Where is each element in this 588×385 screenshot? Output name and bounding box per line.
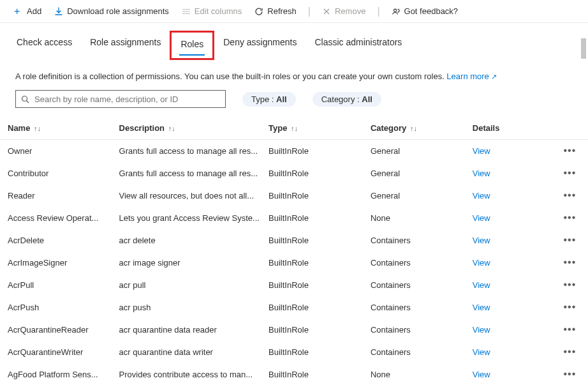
- cell-description: acr pull: [119, 274, 268, 296]
- cell-category: Containers: [371, 229, 473, 252]
- cell-description: acr quarantine data writer: [119, 341, 268, 363]
- cell-name: Owner: [0, 140, 119, 162]
- cell-type: BuiltInRole: [268, 229, 371, 252]
- tab-classic-administrators[interactable]: Classic administrators: [313, 34, 403, 60]
- sort-icon: ↑↓: [410, 125, 417, 132]
- table-row[interactable]: AcrQuarantineReaderacr quarantine data r…: [0, 319, 588, 341]
- cell-type: BuiltInRole: [268, 252, 371, 274]
- svg-point-3: [393, 9, 396, 11]
- tab-roles-highlight: Roles: [170, 31, 214, 60]
- tab-deny-assignments[interactable]: Deny assignments: [222, 34, 298, 60]
- view-link[interactable]: View: [473, 191, 490, 200]
- view-link[interactable]: View: [473, 370, 490, 379]
- cell-type: BuiltInRole: [268, 274, 371, 296]
- cell-description: Grants full access to manage all res...: [119, 140, 268, 162]
- cell-type: BuiltInRole: [268, 140, 371, 162]
- col-header-category[interactable]: Category ↑↓: [371, 117, 473, 140]
- roles-table: Name ↑↓ Description ↑↓ Type ↑↓ Category …: [0, 117, 588, 385]
- learn-more-link[interactable]: Learn more ↗: [446, 72, 497, 81]
- row-actions-button[interactable]: •••: [563, 167, 576, 178]
- cell-description: Grants full access to manage all res...: [119, 162, 268, 185]
- type-filter-label: Type :: [251, 94, 276, 104]
- col-header-name[interactable]: Name ↑↓: [0, 117, 119, 140]
- view-link[interactable]: View: [473, 146, 490, 156]
- table-row[interactable]: AcrQuarantineWriteracr quarantine data w…: [0, 341, 588, 363]
- feedback-icon: [392, 7, 401, 16]
- row-actions-button[interactable]: •••: [563, 234, 576, 245]
- col-header-description[interactable]: Description ↑↓: [119, 117, 268, 140]
- download-icon: [54, 7, 63, 16]
- category-filter-value: All: [362, 94, 372, 104]
- row-actions-button[interactable]: •••: [563, 257, 576, 268]
- search-input[interactable]: [33, 94, 220, 105]
- cell-name: Reader: [0, 185, 119, 207]
- col-header-details: Details: [473, 117, 554, 140]
- cell-category: Containers: [371, 296, 473, 319]
- cell-type: BuiltInRole: [268, 162, 371, 185]
- download-assignments-button[interactable]: Download role assignments: [49, 4, 174, 19]
- tab-roles[interactable]: Roles: [179, 36, 205, 56]
- table-row[interactable]: ContributorGrants full access to manage …: [0, 162, 588, 185]
- svg-line-5: [27, 100, 29, 103]
- table-row[interactable]: AcrImageSigneracr image signerBuiltInRol…: [0, 252, 588, 274]
- tab-check-access[interactable]: Check access: [15, 34, 73, 60]
- row-actions-button[interactable]: •••: [563, 145, 576, 156]
- download-label: Download role assignments: [67, 6, 169, 16]
- sort-icon: ↑↓: [168, 125, 175, 132]
- row-actions-button[interactable]: •••: [563, 190, 576, 200]
- table-row[interactable]: AgFood Platform Sens...Provides contribu…: [0, 363, 588, 386]
- sort-icon: ↑↓: [291, 125, 298, 132]
- view-link[interactable]: View: [473, 236, 490, 245]
- edit-columns-button: Edit columns: [177, 4, 247, 19]
- table-row[interactable]: ReaderView all resources, but does not a…: [0, 185, 588, 207]
- view-link[interactable]: View: [473, 213, 490, 223]
- tabs: Check access Role assignments Roles Deny…: [0, 23, 588, 66]
- row-actions-button[interactable]: •••: [563, 368, 576, 379]
- edit-columns-label: Edit columns: [195, 6, 242, 16]
- cell-description: View all resources, but does not all...: [119, 185, 268, 207]
- view-link[interactable]: View: [473, 258, 490, 268]
- row-actions-button[interactable]: •••: [563, 324, 576, 335]
- cell-name: AcrPush: [0, 296, 119, 319]
- scrollbar-track[interactable]: [580, 33, 587, 378]
- view-link[interactable]: View: [473, 325, 490, 335]
- row-actions-button[interactable]: •••: [563, 279, 576, 290]
- row-actions-button[interactable]: •••: [563, 212, 576, 223]
- tab-role-assignments[interactable]: Role assignments: [89, 34, 162, 60]
- cell-category: None: [371, 207, 473, 229]
- table-row[interactable]: OwnerGrants full access to manage all re…: [0, 140, 588, 162]
- svg-rect-0: [182, 9, 190, 10]
- cell-description: Provides contribute access to man...: [119, 363, 268, 386]
- cell-name: AcrDelete: [0, 229, 119, 252]
- toolbar: + Add Download role assignments Edit col…: [0, 0, 588, 23]
- col-header-type[interactable]: Type ↑↓: [268, 117, 371, 140]
- table-row[interactable]: AcrPushacr pushBuiltInRoleContainersView…: [0, 296, 588, 319]
- table-row[interactable]: Access Review Operat...Lets you grant Ac…: [0, 207, 588, 229]
- view-link[interactable]: View: [473, 303, 490, 312]
- cell-category: General: [371, 162, 473, 185]
- view-link[interactable]: View: [473, 169, 490, 178]
- cell-type: BuiltInRole: [268, 341, 371, 363]
- category-filter[interactable]: Category : All: [312, 92, 381, 107]
- view-link[interactable]: View: [473, 280, 490, 290]
- refresh-icon: [254, 7, 263, 16]
- table-row[interactable]: AcrPullacr pullBuiltInRoleContainersView…: [0, 274, 588, 296]
- search-box[interactable]: [15, 90, 226, 108]
- cell-category: Containers: [371, 341, 473, 363]
- filters-row: Type : All Category : All: [0, 90, 588, 117]
- add-button[interactable]: + Add: [9, 4, 47, 19]
- cell-name: Contributor: [0, 162, 119, 185]
- remove-icon: [322, 7, 331, 16]
- row-actions-button[interactable]: •••: [563, 346, 576, 357]
- refresh-button[interactable]: Refresh: [249, 4, 302, 19]
- cell-description: acr delete: [119, 229, 268, 252]
- refresh-label: Refresh: [267, 6, 297, 16]
- table-row[interactable]: AcrDeleteacr deleteBuiltInRoleContainers…: [0, 229, 588, 252]
- remove-button: Remove: [317, 4, 371, 19]
- feedback-button[interactable]: Got feedback?: [386, 4, 464, 19]
- cell-name: AcrQuarantineReader: [0, 319, 119, 341]
- view-link[interactable]: View: [473, 347, 490, 357]
- row-actions-button[interactable]: •••: [563, 301, 576, 312]
- scrollbar-thumb[interactable]: [581, 38, 586, 59]
- type-filter[interactable]: Type : All: [242, 92, 296, 107]
